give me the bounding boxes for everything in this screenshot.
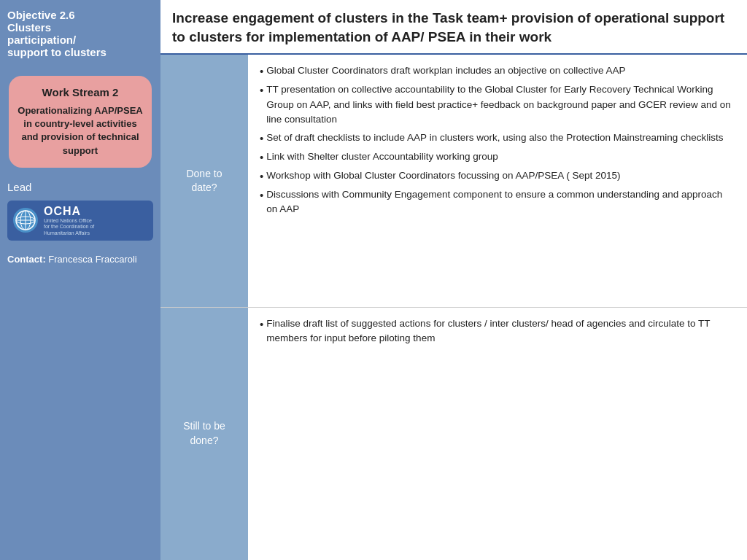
text-cell-0: •Global Cluster Coordinators draft workp… [248, 55, 747, 307]
lead-label: Lead [0, 175, 160, 198]
contact-name: Francesca Fraccaroli [48, 254, 136, 265]
work-stream-description: Operationalizing AAP/PSEA in country-lev… [16, 104, 144, 158]
list-item: •TT presentation on collective accountab… [260, 82, 735, 127]
work-stream-title: Work Stream 2 [16, 86, 144, 98]
text-cell-1: •Finalise draft list of suggested action… [248, 308, 747, 560]
content-row-1: Still to bedone?•Finalise draft list of … [160, 308, 747, 560]
list-item: •Global Cluster Coordinators draft workp… [260, 63, 735, 79]
bullet-text: Workshop with Global Cluster Coordinator… [266, 168, 735, 183]
main-content: Increase engagement of clusters in the T… [160, 0, 747, 560]
bullet-dot: • [260, 316, 263, 332]
main-title: Increase engagement of clusters in the T… [172, 9, 735, 46]
bullet-text: Set of draft checklists to include AAP i… [266, 131, 735, 145]
label-text-0: Done todate? [186, 167, 222, 195]
bullet-text: Global Cluster Coordinators draft workpl… [266, 63, 735, 78]
obj-line2: Clusters [7, 21, 51, 34]
sidebar: Objective 2.6 Clusters participation/ su… [0, 0, 160, 560]
bullet-text: Link with Shelter cluster Accountability… [266, 149, 735, 164]
bullet-dot: • [260, 168, 263, 184]
ocha-name: OCHA [44, 205, 94, 218]
content-row-0: Done todate?•Global Cluster Coordinators… [160, 55, 747, 308]
bullet-dot: • [260, 82, 263, 98]
list-item: •Finalise draft list of suggested action… [260, 316, 735, 346]
list-item: •Set of draft checklists to include AAP … [260, 131, 735, 146]
contact-section: Contact: Francesca Fraccaroli [0, 249, 160, 271]
bullet-dot: • [260, 187, 263, 203]
bullet-dot: • [260, 149, 263, 165]
ocha-sub1: United Nations Office [44, 218, 94, 224]
work-stream-box: Work Stream 2 Operationalizing AAP/PSEA … [9, 76, 152, 168]
label-text-1: Still to bedone? [183, 419, 225, 448]
obj-line1: Objective 2.6 [7, 9, 75, 21]
ocha-text: OCHA United Nations Office for the Coord… [44, 205, 94, 236]
contact-label: Contact: [7, 254, 46, 265]
list-item: •Discussions with Community Engagement c… [260, 187, 735, 217]
list-item: •Link with Shelter cluster Accountabilit… [260, 149, 735, 165]
sidebar-title: Objective 2.6 Clusters participation/ su… [0, 0, 160, 66]
main-header: Increase engagement of clusters in the T… [160, 0, 747, 55]
bullet-text: TT presentation on collective accountabi… [266, 82, 735, 127]
obj-line4: support to clusters [7, 46, 107, 58]
ocha-sub2: for the Coordination of [44, 224, 94, 230]
bullet-text: Finalise draft list of suggested actions… [266, 316, 735, 346]
ocha-emblem [13, 208, 38, 233]
ocha-sub3: Humanitarian Affairs [44, 230, 94, 236]
bullet-dot: • [260, 63, 263, 79]
label-cell-1: Still to bedone? [160, 308, 248, 560]
obj-line3: participation/ [7, 34, 76, 46]
bullet-text: Discussions with Community Engagement co… [266, 187, 735, 217]
label-cell-0: Done todate? [160, 55, 248, 307]
content-rows: Done todate?•Global Cluster Coordinators… [160, 55, 747, 560]
ocha-logo: OCHA United Nations Office for the Coord… [7, 201, 153, 241]
list-item: •Workshop with Global Cluster Coordinato… [260, 168, 735, 184]
bullet-dot: • [260, 131, 263, 146]
